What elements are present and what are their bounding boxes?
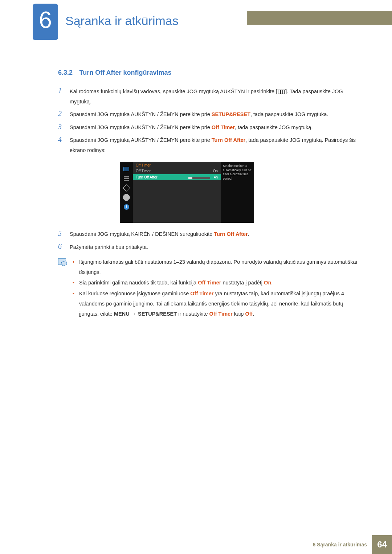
osd-value: 4h <box>214 175 218 179</box>
step-text: Spausdami JOG mygtuką AUKŠTYN / ŽEMYN pe… <box>70 135 358 155</box>
emphasis: MENU <box>114 311 130 317</box>
emphasis: Turn Off After <box>212 137 245 143</box>
steps-list-cont: 5 Spausdami JOG mygtuką KAIRĖN / DEŠINĖN… <box>58 229 358 252</box>
text: , tada paspauskite JOG mygtuką. <box>250 111 328 117</box>
resize-icon <box>123 185 130 191</box>
osd-row-selected: Turn Off After 4h <box>133 174 221 180</box>
section-title: Turn Off After konfigūravimas <box>79 69 172 76</box>
note-list: Išjungimo laikmatis gali būti nustatomas… <box>73 257 358 320</box>
emphasis: SETUP&RESET <box>138 311 177 317</box>
text: Spausdami JOG mygtuką AUKŠTYN / ŽEMYN pe… <box>70 111 212 117</box>
text: nustatyta į padėtį <box>221 280 264 286</box>
osd-value: On <box>213 169 218 173</box>
emphasis: Off Timer <box>190 291 213 296</box>
footer-page-number: 64 <box>372 535 392 554</box>
section-heading: 6.3.2 Turn Off After konfigūravimas <box>58 69 358 77</box>
list-icon <box>123 176 130 181</box>
page-content: 6.3.2 Turn Off After konfigūravimas 1 Ka… <box>0 47 392 320</box>
note-item: Šia parinktimi galima naudotis tik tada,… <box>73 278 358 288</box>
step-number: 3 <box>58 123 65 133</box>
menu-icon <box>278 90 285 94</box>
text: kaip <box>233 311 245 317</box>
step-3: 3 Spausdami JOG mygtuką AUKŠTYN / ŽEMYN … <box>58 123 358 133</box>
note-icon <box>58 258 66 265</box>
steps-list: 1 Kai rodomas funkcinių klavišų vadovas,… <box>58 87 358 155</box>
emphasis: Off Timer <box>212 124 235 130</box>
step-number: 4 <box>58 135 65 155</box>
step-text: Spausdami JOG mygtuką KAIRĖN / DEŠINĖN s… <box>70 229 249 239</box>
monitor-icon <box>123 166 130 172</box>
text: Spausdami JOG mygtuką KAIRĖN / DEŠINĖN s… <box>70 231 214 237</box>
emphasis: SETUP&RESET <box>212 111 250 117</box>
text: ir nustatykite <box>177 311 209 317</box>
osd-main: Off Timer Off Timer On Turn Off After 4h <box>133 162 221 223</box>
emphasis: Off Timer <box>209 311 233 317</box>
osd-sidebar: i <box>120 162 133 223</box>
page-footer: 6 Sąranka ir atkūrimas 64 <box>313 535 392 554</box>
step-6: 6 Pažymėta parinktis bus pritaikyta. <box>58 242 358 253</box>
osd-label: Turn Off After <box>136 175 157 179</box>
step-number: 5 <box>58 229 65 239</box>
info-icon: i <box>123 204 130 210</box>
text: . <box>248 231 249 237</box>
text: , tada paspauskite JOG mygtuką. <box>235 124 313 130</box>
text: Kai rodomas funkcinių klavišų vadovas, s… <box>70 89 277 94</box>
text: Pažymėta parinktis bus pritaikyta. <box>70 244 148 250</box>
emphasis: Off Timer <box>198 280 221 286</box>
text: Šia parinktimi galima naudotis tik tada,… <box>79 280 198 286</box>
emphasis: Turn Off After <box>214 231 248 237</box>
section-number: 6.3.2 <box>58 69 73 76</box>
chapter-number-tab: 6 <box>33 4 58 36</box>
step-5: 5 Spausdami JOG mygtuką KAIRĖN / DEŠINĖN… <box>58 229 358 239</box>
step-text: Pažymėta parinktis bus pritaikyta. <box>70 242 148 253</box>
note-item: Išjungimo laikmatis gali būti nustatomas… <box>73 257 358 277</box>
step-number: 1 <box>58 87 65 107</box>
osd-screenshot: i Off Timer Off Timer On Turn Off After … <box>120 162 358 223</box>
page-header: 6 Sąranka ir atkūrimas <box>0 0 392 47</box>
step-text: Kai rodomas funkcinių klavišų vadovas, s… <box>70 87 358 107</box>
footer-text: 6 Sąranka ir atkūrimas <box>313 542 367 547</box>
osd-row: Off Timer On <box>133 168 221 174</box>
text: . <box>253 311 254 317</box>
text: Išjungimo laikmatis gali būti nustatomas… <box>79 259 357 275</box>
text: . <box>271 280 273 286</box>
note-item: Kai kuriuose regionuose įsigytuose gamin… <box>73 289 358 319</box>
osd-title: Off Timer <box>133 162 221 168</box>
osd-panel: i Off Timer Off Timer On Turn Off After … <box>120 162 254 223</box>
chapter-title: Sąranka ir atkūrimas <box>65 14 186 28</box>
emphasis: Off <box>245 311 253 317</box>
arrow-icon: → <box>130 311 138 317</box>
emphasis: On <box>264 280 271 286</box>
step-text: Spausdami JOG mygtuką AUKŠTYN / ŽEMYN pe… <box>70 123 313 133</box>
gear-icon <box>123 194 130 200</box>
text: Kai kuriuose regionuose įsigytuose gamin… <box>79 291 190 296</box>
osd-slider <box>188 177 210 179</box>
step-4: 4 Spausdami JOG mygtuką AUKŠTYN / ŽEMYN … <box>58 135 358 155</box>
step-1: 1 Kai rodomas funkcinių klavišų vadovas,… <box>58 87 358 107</box>
step-2: 2 Spausdami JOG mygtuką AUKŠTYN / ŽEMYN … <box>58 110 358 120</box>
note-block: Išjungimo laikmatis gali būti nustatomas… <box>58 257 358 320</box>
step-number: 2 <box>58 110 65 120</box>
osd-help-text: Set the monitor to automatically turn of… <box>221 162 254 223</box>
osd-label: Off Timer <box>136 169 151 173</box>
text: Spausdami JOG mygtuką AUKŠTYN / ŽEMYN pe… <box>70 137 212 143</box>
text: Spausdami JOG mygtuką AUKŠTYN / ŽEMYN pe… <box>70 124 212 130</box>
step-number: 6 <box>58 242 65 253</box>
step-text: Spausdami JOG mygtuką AUKŠTYN / ŽEMYN pe… <box>70 110 328 120</box>
